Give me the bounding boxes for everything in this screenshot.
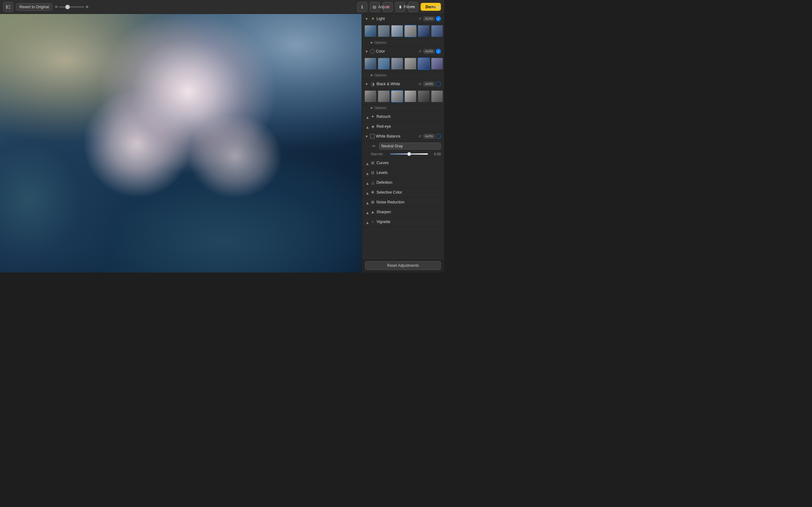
bw-auto-badge[interactable]: AUTO: [423, 82, 435, 86]
light-options-button[interactable]: ▶ Options: [371, 41, 441, 44]
light-thumb-1[interactable]: [364, 25, 376, 37]
levels-chevron-icon: ▶: [365, 171, 369, 175]
retouch-title: Retouch: [376, 114, 441, 119]
toolbar-tabs: ⊙ Adjust ● Filters ⛶ Crop: [368, 3, 444, 11]
selective-color-section[interactable]: ▶ ❋ Selective Color: [362, 187, 444, 198]
svg-rect-1: [8, 5, 10, 6]
color-options-button[interactable]: ▶ Options: [371, 73, 441, 77]
bw-thumb-1[interactable]: [364, 90, 376, 102]
bw-thumb-4[interactable]: [404, 90, 416, 102]
wb-preset-select[interactable]: Neutral Gray Auto Daylight Cloudy Shade …: [379, 143, 441, 150]
wb-dropdown-row: ✏ Neutral Gray Auto Daylight Cloudy Shad…: [362, 141, 444, 151]
wb-revert-icon[interactable]: ↺: [417, 134, 422, 139]
crop-tab[interactable]: ⛶ Crop: [420, 3, 444, 11]
color-section-header[interactable]: ▼ Color ↺ AUTO ✓: [362, 47, 444, 56]
bw-icon: ◑: [370, 81, 375, 87]
sharpen-chevron-icon: ▶: [365, 210, 369, 214]
definition-title: Definition: [376, 180, 441, 185]
wb-icon: [370, 134, 374, 138]
noise-reduction-title: Noise Reduction: [376, 200, 441, 205]
light-options-chevron-icon: ▶: [371, 41, 373, 44]
svg-rect-3: [8, 8, 10, 9]
bw-thumb-2[interactable]: [378, 90, 390, 102]
retouch-chevron-icon: ▶: [365, 115, 369, 118]
light-thumb-2[interactable]: [378, 25, 390, 37]
color-options-row: ▶ Options: [362, 72, 444, 79]
color-thumb-2[interactable]: [378, 58, 390, 70]
vignette-icon: ○: [370, 219, 375, 224]
light-options-row: ▶ Options: [362, 39, 444, 47]
bw-thumb-5[interactable]: [418, 90, 430, 102]
levels-title: Levels: [376, 170, 441, 175]
warmth-row: Warmth 0.50: [362, 151, 444, 158]
wb-check-circle[interactable]: [436, 134, 441, 139]
bw-title: Black & White: [376, 82, 416, 86]
retouch-section[interactable]: ▶ ✦ Retouch: [362, 112, 444, 122]
light-revert-icon[interactable]: ↺: [417, 16, 422, 21]
wb-section-header[interactable]: ▼ White Balance ↺ AUTO: [362, 131, 444, 141]
color-check-circle[interactable]: ✓: [436, 49, 441, 54]
light-thumb-4[interactable]: [404, 25, 416, 37]
filters-tab[interactable]: ● Filters: [395, 3, 419, 11]
bw-options-button[interactable]: ▶ Options: [371, 106, 441, 110]
light-controls: ↺ AUTO ✓: [417, 16, 441, 21]
color-thumb-1[interactable]: [364, 58, 376, 70]
definition-section[interactable]: ▶ △ Definition: [362, 178, 444, 187]
bw-thumbnails: [362, 89, 444, 105]
bw-section-header[interactable]: ▼ ◑ Black & White ↺ AUTO: [362, 79, 444, 89]
redeye-section[interactable]: ▶ ◈ Red-eye: [362, 122, 444, 131]
redeye-icon: ◈: [370, 124, 375, 129]
bw-check-circle[interactable]: [436, 81, 441, 87]
warmth-label: Warmth: [371, 152, 388, 156]
light-auto-badge[interactable]: AUTO: [423, 16, 435, 21]
color-thumb-4[interactable]: [404, 58, 416, 70]
sharpen-icon: ▲: [370, 210, 375, 215]
light-section-header[interactable]: ▼ ☀ Light ↺ AUTO ✓: [362, 14, 444, 24]
noise-reduction-chevron-icon: ▶: [365, 200, 369, 204]
levels-section[interactable]: ▶ ⊟ Levels: [362, 168, 444, 178]
definition-chevron-icon: ▶: [365, 181, 369, 184]
zoom-slider[interactable]: [59, 6, 84, 8]
color-thumb-3[interactable]: [391, 58, 403, 70]
wb-auto-badge[interactable]: AUTO: [423, 134, 435, 138]
eyedropper-icon[interactable]: ✏: [371, 143, 377, 149]
vignette-section[interactable]: ▶ ○ Vignette: [362, 217, 444, 227]
revert-to-original-button[interactable]: Revert to Original: [16, 3, 52, 11]
color-revert-icon[interactable]: ↺: [417, 49, 422, 54]
warmth-slider[interactable]: [390, 153, 428, 155]
warmth-value: 0.50: [430, 152, 441, 156]
color-thumb-5[interactable]: [418, 58, 430, 70]
info-button[interactable]: ℹ: [357, 2, 367, 12]
sidebar-toggle-button[interactable]: [3, 2, 13, 12]
bw-thumb-3[interactable]: [391, 90, 403, 102]
curves-section[interactable]: ▶ ⊞ Curves: [362, 158, 444, 168]
noise-reduction-section[interactable]: ▶ ⊠ Noise Reduction: [362, 198, 444, 207]
light-check-circle[interactable]: ✓: [436, 16, 441, 21]
zoom-small-icon: ⊖: [55, 5, 58, 9]
sharpen-title: Sharpen: [376, 210, 441, 214]
light-section: ▼ ☀ Light ↺ AUTO ✓: [362, 14, 444, 47]
redeye-title: Red-eye: [376, 124, 441, 129]
reset-adjustments-button[interactable]: Reset Adjustments: [365, 261, 441, 270]
wb-title: White Balance: [376, 134, 416, 138]
bw-options-chevron-icon: ▶: [371, 106, 373, 109]
color-section: ▼ Color ↺ AUTO ✓: [362, 47, 444, 79]
color-thumbnails: [362, 56, 444, 72]
sharpen-section[interactable]: ▶ ▲ Sharpen: [362, 207, 444, 217]
adjustments-scroll[interactable]: ▼ ☀ Light ↺ AUTO ✓: [362, 14, 444, 258]
light-thumb-5[interactable]: [418, 25, 430, 37]
curves-title: Curves: [376, 161, 441, 165]
definition-icon: △: [370, 180, 375, 185]
bw-revert-icon[interactable]: ↺: [417, 82, 422, 87]
light-thumb-6[interactable]: [431, 25, 443, 37]
wb-controls: ↺ AUTO: [417, 134, 441, 139]
light-thumb-3[interactable]: [391, 25, 403, 37]
adjust-tab[interactable]: ⊙ Adjust: [368, 3, 394, 11]
bw-thumb-6[interactable]: [431, 90, 443, 102]
color-icon: [370, 49, 374, 54]
vignette-chevron-icon: ▶: [365, 220, 369, 224]
curves-chevron-icon: ▶: [365, 161, 369, 165]
color-auto-badge[interactable]: AUTO: [423, 49, 435, 54]
zoom-large-icon: ⊕: [86, 5, 89, 9]
color-thumb-6[interactable]: [431, 58, 443, 70]
